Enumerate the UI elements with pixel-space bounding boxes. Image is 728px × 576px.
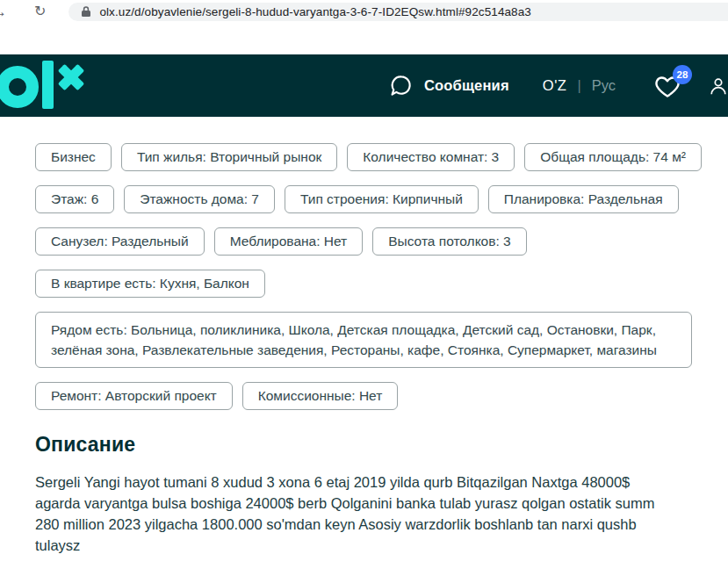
chip-row: Бизнес Тип жилья: Вторичный рынок Количе… bbox=[35, 143, 696, 171]
chip-row: Ремонт: Авторский проект Комиссионные: Н… bbox=[35, 382, 696, 410]
browser-toolbar: → ↻ olx.uz/d/obyavlenie/sergeli-8-hudud-… bbox=[0, 0, 728, 23]
description-title: Описание bbox=[35, 433, 696, 457]
profile-button[interactable] bbox=[709, 73, 728, 99]
chip-row: Санузел: Раздельный Меблирована: Нет Выс… bbox=[35, 227, 696, 256]
reload-icon[interactable]: ↻ bbox=[34, 4, 46, 18]
param-chip[interactable]: Бизнес bbox=[35, 143, 112, 171]
chip-row: Этаж: 6 Этажность дома: 7 Тип строения: … bbox=[35, 185, 696, 213]
parameters-section: Бизнес Тип жилья: Вторичный рынок Количе… bbox=[35, 143, 696, 410]
param-chip[interactable]: Санузел: Раздельный bbox=[35, 227, 205, 256]
chip-row: Рядом есть: Больница, поликлиника, Школа… bbox=[35, 312, 696, 368]
lock-icon bbox=[81, 5, 91, 18]
param-chip[interactable]: В квартире есть: Кухня, Балкон bbox=[35, 270, 265, 298]
language-switcher: O'Z | Рус bbox=[543, 77, 616, 94]
address-bar[interactable]: olx.uz/d/obyavlenie/sergeli-8-hudud-vary… bbox=[68, 3, 728, 21]
param-chip[interactable]: Тип жилья: Вторичный рынок bbox=[121, 143, 337, 171]
messages-label: Сообщения bbox=[424, 77, 509, 94]
lang-separator: | bbox=[577, 77, 580, 94]
messages-button[interactable]: Сообщения bbox=[389, 74, 509, 97]
olx-logo[interactable] bbox=[0, 58, 88, 114]
site-header: Сообщения O'Z | Рус 28 bbox=[0, 54, 728, 117]
param-chip[interactable]: Планировка: Раздельная bbox=[488, 185, 679, 213]
param-chip[interactable]: Этаж: 6 bbox=[35, 185, 114, 213]
browser-window: → ↻ olx.uz/d/obyavlenie/sergeli-8-hudud-… bbox=[0, 0, 728, 576]
lang-ru-link[interactable]: Рус bbox=[592, 77, 616, 94]
chat-bubble-icon bbox=[389, 74, 413, 97]
chip-row: В квартире есть: Кухня, Балкон bbox=[35, 270, 696, 298]
description-text: Sergeli Yangi hayot tumani 8 xudud 3 xon… bbox=[35, 472, 666, 556]
param-chip[interactable]: Тип строения: Кирпичный bbox=[285, 185, 479, 213]
param-chip[interactable]: Высота потолков: 3 bbox=[372, 227, 527, 256]
header-right-cluster: Сообщения O'Z | Рус 28 bbox=[389, 73, 728, 99]
param-chip[interactable]: Этажность дома: 7 bbox=[124, 185, 275, 213]
lang-uz-link[interactable]: O'Z bbox=[543, 77, 567, 94]
forward-arrow-icon[interactable]: → bbox=[0, 4, 11, 19]
person-icon bbox=[709, 73, 728, 99]
param-chip[interactable]: Меблирована: Нет bbox=[214, 227, 364, 256]
listing-content: Бизнес Тип жилья: Вторичный рынок Количе… bbox=[0, 117, 728, 576]
param-chip[interactable]: Рядом есть: Больница, поликлиника, Школа… bbox=[35, 312, 692, 368]
favorites-count-badge: 28 bbox=[673, 65, 692, 84]
param-chip[interactable]: Общая площадь: 74 м² bbox=[524, 143, 702, 171]
favorites-button[interactable]: 28 bbox=[654, 74, 681, 98]
param-chip[interactable]: Ремонт: Авторский проект bbox=[35, 382, 233, 410]
param-chip[interactable]: Количество комнат: 3 bbox=[347, 143, 515, 171]
url-text[interactable]: olx.uz/d/obyavlenie/sergeli-8-hudud-vary… bbox=[99, 5, 531, 18]
param-chip[interactable]: Комиссионные: Нет bbox=[242, 382, 399, 410]
